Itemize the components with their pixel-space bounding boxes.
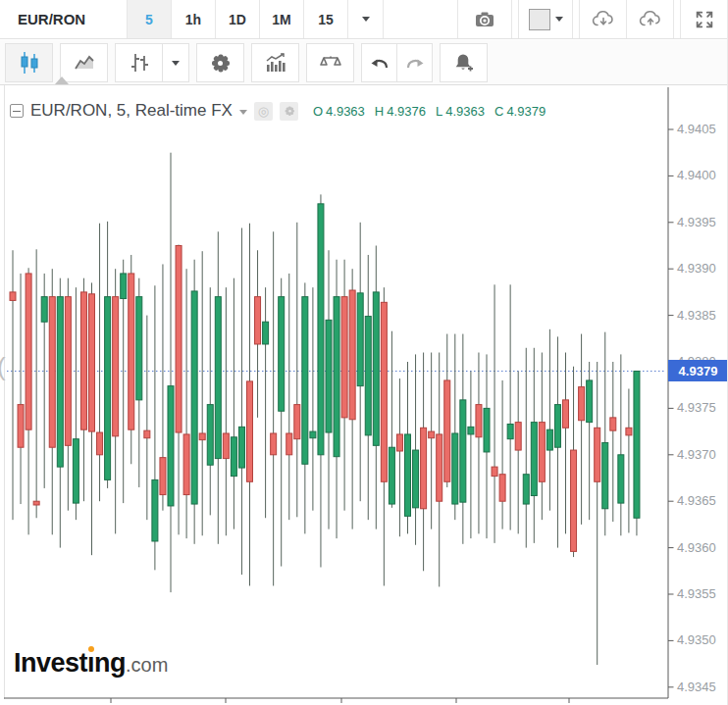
candle-up — [238, 427, 244, 468]
pane-drag-handle[interactable]: ( — [0, 352, 6, 382]
indicators-button[interactable] — [251, 43, 299, 82]
candle-down — [33, 501, 39, 505]
candle-down — [271, 433, 277, 455]
fullscreen-button[interactable] — [681, 0, 728, 38]
top-toolbar: EUR/RON 5 1h 1D 1M 15 — [0, 0, 728, 39]
load-chart-button[interactable] — [580, 0, 627, 38]
candle-down — [10, 292, 16, 301]
candle-up — [168, 386, 174, 506]
candle-up — [136, 297, 142, 400]
quick-symbol-button[interactable]: ◎ — [254, 102, 273, 121]
candle-up — [546, 429, 552, 450]
candle-up — [207, 405, 213, 466]
price-axis[interactable]: 4.94054.94004.93954.93904.93854.93804.93… — [668, 85, 728, 699]
candle-up — [602, 442, 608, 508]
candle-down — [65, 297, 71, 446]
undo-button[interactable] — [361, 43, 397, 82]
timeframe-1m[interactable]: 1M — [260, 0, 304, 38]
legend-collapse-button[interactable] — [10, 104, 24, 118]
candle-down — [183, 434, 189, 495]
candlestick-style-button[interactable] — [5, 43, 53, 82]
chevron-down-icon — [172, 61, 180, 66]
candle-up — [152, 479, 158, 541]
symbol-label: EUR/RON — [18, 11, 85, 27]
candle-down — [563, 400, 569, 428]
gear-icon — [210, 52, 232, 74]
chevron-down-icon — [239, 110, 247, 115]
timeframe-15[interactable]: 15 — [304, 0, 348, 38]
candle-down — [626, 428, 632, 435]
candle-down — [294, 405, 300, 439]
symbol-search[interactable]: EUR/RON — [0, 0, 128, 38]
ohlc-bars-icon — [128, 51, 151, 75]
timeframe-1h[interactable]: 1h — [172, 0, 216, 38]
y-axis-label: 4.9385 — [677, 308, 726, 324]
candle-up — [105, 297, 111, 480]
candle-down — [89, 294, 95, 431]
candle-up — [452, 433, 458, 504]
candle-up — [484, 408, 490, 452]
candlestick-icon — [18, 50, 41, 76]
candle-up — [373, 292, 379, 445]
save-chart-button[interactable] — [627, 0, 674, 38]
candle-down — [492, 467, 497, 476]
candle-down — [199, 433, 205, 440]
candle-up — [215, 297, 221, 459]
candle-up — [460, 400, 466, 502]
candle-up — [554, 405, 560, 448]
redo-icon — [403, 52, 427, 74]
candle-up — [334, 297, 339, 457]
y-axis-label: 4.9375 — [677, 400, 726, 416]
y-axis-label: 4.9370 — [677, 447, 726, 463]
candle-down — [476, 405, 482, 437]
candle-up — [389, 447, 394, 504]
bars-style-button[interactable] — [115, 43, 163, 82]
candle-up — [357, 293, 363, 386]
candle-down — [97, 432, 103, 455]
candle-down — [113, 297, 119, 436]
candle-up — [318, 204, 324, 455]
undo-icon — [368, 52, 391, 74]
candle-down — [286, 433, 292, 455]
candlestick-plot[interactable] — [0, 85, 728, 705]
candle-down — [129, 274, 134, 429]
timeframe-5[interactable]: 5 — [128, 0, 172, 38]
high-value: 4.9376 — [387, 104, 426, 119]
gear-icon — [284, 105, 293, 116]
candle-down — [18, 405, 24, 448]
candle-down — [349, 290, 355, 420]
candle-down — [223, 433, 229, 459]
candle-down — [80, 292, 86, 429]
candle-down — [255, 297, 261, 344]
chart-style-toolbar — [0, 40, 728, 84]
candle-up — [413, 450, 419, 508]
candle-down — [160, 458, 166, 495]
snapshot-camera-button[interactable] — [458, 0, 512, 38]
quick-settings-button[interactable] — [280, 102, 298, 121]
timeframe-dropdown[interactable] — [348, 0, 384, 38]
style-dropdown-button[interactable] — [162, 43, 189, 82]
add-alert-button[interactable] — [440, 43, 488, 82]
open-value: 4.9363 — [326, 104, 365, 119]
candle-up — [310, 431, 316, 438]
compare-button[interactable] — [306, 43, 354, 82]
toolbar-collapse-arrow-icon[interactable] — [55, 76, 69, 84]
candle-down — [341, 297, 347, 418]
candles — [10, 153, 640, 665]
settings-button[interactable] — [196, 43, 244, 82]
candle-down — [176, 246, 182, 433]
candle-down — [571, 450, 577, 551]
candle-up — [405, 434, 411, 516]
legend-title[interactable]: EUR/RON, 5, Real-time FX — [30, 101, 233, 121]
candle-down — [499, 475, 505, 501]
candle-down — [444, 380, 450, 481]
candle-down — [247, 381, 253, 481]
timeframe-1d[interactable]: 1D — [216, 0, 260, 38]
redo-button[interactable] — [396, 43, 433, 82]
candle-down — [421, 428, 427, 508]
candle-down — [610, 418, 616, 430]
candle-up — [326, 320, 332, 432]
layout-swatch-button[interactable] — [519, 0, 573, 38]
area-chart-icon — [73, 51, 96, 75]
fullscreen-icon — [694, 9, 715, 30]
